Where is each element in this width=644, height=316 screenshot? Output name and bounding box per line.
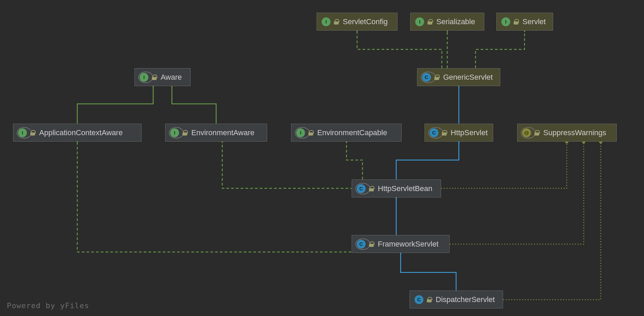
edge-dispatcherServlet-to-suppressWarnings [503,142,601,300]
interface-badge-icon: I [322,17,331,26]
node-suppressWarnings[interactable]: @SuppressWarnings [517,124,617,142]
lock-icon [369,186,374,191]
node-servlet[interactable]: IServlet [496,13,553,31]
edges-layer [0,0,644,316]
node-label: EnvironmentAware [191,128,254,137]
edge-httpServletBean-to-envCapable [347,142,363,179]
node-aware[interactable]: IAware [134,68,191,86]
lock-icon [30,130,35,136]
node-label: GenericServlet [443,73,493,82]
lock-icon [369,241,374,247]
lock-icon [534,130,539,136]
node-label: Aware [161,73,182,82]
lock-icon [334,19,339,25]
edge-genericServlet-to-servlet [476,31,525,68]
interface-badge-icon: I [18,128,27,137]
node-httpServletBean[interactable]: CHttpServletBean [352,179,441,198]
footer-attribution: Powered by yFiles [7,301,89,310]
lock-icon [308,130,313,136]
class-badge-icon: C [430,128,438,137]
node-envAware[interactable]: IEnvironmentAware [165,124,267,142]
edge-dispatcherServlet-to-frameworkServlet [401,253,456,290]
node-label: EnvironmentCapable [317,128,387,137]
node-dispatcherServlet[interactable]: CDispatcherServlet [409,290,503,309]
interface-badge-icon: I [140,73,148,82]
interface-badge-icon: I [296,128,305,137]
lock-icon [434,75,439,80]
node-genericServlet[interactable]: CGenericServlet [417,68,500,86]
node-httpServlet[interactable]: CHttpServlet [424,124,493,142]
node-label: SuppressWarnings [543,128,606,137]
edge-httpServletBean-to-httpServlet [396,142,459,179]
lock-icon [152,75,157,80]
lock-icon [442,130,447,136]
class-badge-icon: C [357,184,366,193]
edge-httpServletBean-to-suppressWarnings [441,142,567,188]
node-appCtxAware[interactable]: IApplicationContextAware [13,124,142,142]
lock-icon [427,297,432,302]
node-label: ApplicationContextAware [39,128,123,137]
interface-badge-icon: I [415,17,424,26]
interface-badge-icon: I [170,128,179,137]
node-label: ServletConfig [343,17,388,26]
edge-envAware-to-aware [172,86,216,124]
edge-genericServlet-to-servletConfig [357,31,442,68]
class-badge-icon: C [422,73,431,82]
node-label: HttpServlet [451,128,488,137]
node-label: HttpServletBean [378,184,432,193]
lock-icon [428,19,432,25]
edge-frameworkServlet-to-appCtxAware [77,142,363,252]
lock-icon [182,130,187,136]
diagram-canvas: Powered by yFiles IServletConfigISeriali… [0,0,644,316]
node-envCapable[interactable]: IEnvironmentCapable [291,124,402,142]
lock-icon [514,19,518,25]
node-label: Serializable [436,17,475,26]
node-label: FrameworkServlet [378,240,438,249]
edge-httpServletBean-to-envAware [222,142,363,188]
node-servletConfig[interactable]: IServletConfig [317,13,398,31]
node-serializable[interactable]: ISerializable [410,13,484,31]
interface-badge-icon: I [501,17,510,26]
edge-appCtxAware-to-aware [77,86,153,124]
node-frameworkServlet[interactable]: CFrameworkServlet [352,235,450,253]
node-label: DispatcherServlet [436,295,495,304]
edge-frameworkServlet-to-suppressWarnings [450,142,584,244]
annot-badge-icon: @ [522,128,531,137]
class-badge-icon: C [415,295,423,304]
class-badge-icon: C [357,240,366,249]
node-label: Servlet [522,17,546,26]
